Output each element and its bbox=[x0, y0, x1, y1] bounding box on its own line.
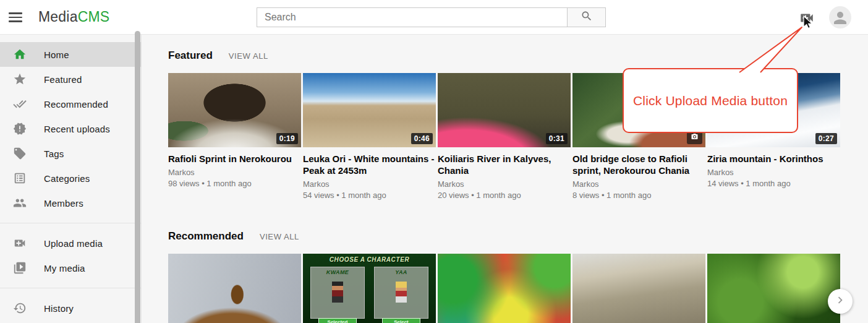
search-icon bbox=[581, 10, 593, 25]
mouse-cursor-icon bbox=[802, 15, 814, 30]
game-character-sprite bbox=[396, 282, 407, 303]
sidebar-item-tags[interactable]: Tags bbox=[0, 141, 141, 166]
media-meta: 54 views • 1 month ago bbox=[303, 191, 436, 200]
sidebar-item-featured[interactable]: Featured bbox=[0, 67, 141, 92]
sidebar-item-upload-media[interactable]: Upload media bbox=[0, 231, 141, 256]
logo-media: Media bbox=[38, 9, 78, 25]
sidebar-item-categories[interactable]: Categories bbox=[0, 166, 141, 191]
sidebar-item-label: Categories bbox=[44, 173, 90, 184]
media-meta: 14 views • 1 month ago bbox=[707, 179, 840, 188]
sidebar-divider bbox=[0, 223, 141, 223]
media-title[interactable]: Ziria mountain - Korinthos bbox=[707, 153, 840, 165]
members-icon bbox=[12, 196, 27, 210]
media-card[interactable] bbox=[438, 254, 571, 323]
media-card[interactable] bbox=[168, 254, 301, 323]
sidebar-item-my-media[interactable]: My media bbox=[0, 256, 141, 280]
recommended-section: Recommended VIEW ALL CHOOSE A CHARACTER … bbox=[168, 230, 840, 323]
tag-icon bbox=[12, 146, 27, 161]
media-author[interactable]: Markos bbox=[438, 179, 571, 189]
sidebar-item-label: Upload media bbox=[44, 238, 103, 249]
media-title[interactable]: Rafioli Sprint in Nerokourou bbox=[168, 153, 301, 165]
media-thumbnail[interactable]: 0:46 bbox=[303, 73, 436, 147]
annotation-callout: Click Upload Media button bbox=[623, 68, 798, 133]
media-author[interactable]: Markos bbox=[707, 168, 840, 177]
sidebar-item-home[interactable]: Home bbox=[0, 42, 141, 67]
carousel-next-button[interactable] bbox=[828, 289, 853, 314]
game-character-name: YAA bbox=[375, 269, 428, 275]
media-card[interactable]: 0:46 Leuka Ori - White mountains - Peak … bbox=[303, 73, 436, 200]
search-button[interactable] bbox=[567, 7, 606, 27]
chevron-right-icon bbox=[833, 293, 847, 309]
sidebar-item-label: History bbox=[44, 303, 74, 314]
sidebar-item-label: Recent uploads bbox=[44, 124, 110, 134]
logo[interactable]: MediaCMS bbox=[38, 9, 109, 25]
media-meta: 20 views • 1 month ago bbox=[438, 191, 571, 200]
sidebar-item-history[interactable]: History bbox=[0, 296, 141, 321]
duration-badge: 0:31 bbox=[546, 133, 568, 144]
mediacms-page: MediaCMS Home F bbox=[0, 0, 868, 323]
media-author[interactable]: Markos bbox=[572, 179, 705, 189]
annotation-pointer bbox=[711, 22, 810, 74]
categories-icon bbox=[12, 171, 27, 186]
sidebar-divider bbox=[0, 288, 141, 288]
game-panel: KWAME bbox=[310, 267, 365, 319]
sidebar-item-label: Home bbox=[44, 50, 69, 60]
game-selected-button: Selected bbox=[318, 318, 357, 323]
logo-cms: CMS bbox=[78, 9, 110, 25]
game-heading-text: CHOOSE A CHARACTER bbox=[303, 256, 436, 263]
game-character-sprite bbox=[332, 282, 343, 303]
sidebar-item-label: Featured bbox=[44, 74, 82, 85]
video-library-icon bbox=[12, 261, 27, 275]
sidebar-item-label: Recommended bbox=[44, 99, 108, 110]
sidebar-item-label: Tags bbox=[44, 149, 64, 159]
new-releases-icon bbox=[12, 121, 27, 136]
sidebar-item-label: My media bbox=[44, 263, 85, 273]
game-select-button: Select bbox=[382, 318, 420, 323]
media-card[interactable]: 0:31 Koiliaris River in Kalyves, Chania … bbox=[438, 73, 571, 200]
media-meta: 98 views • 1 month ago bbox=[168, 179, 301, 188]
media-card[interactable] bbox=[572, 254, 705, 323]
media-thumbnail[interactable] bbox=[572, 254, 705, 323]
recommended-view-all-link[interactable]: VIEW ALL bbox=[260, 232, 299, 241]
home-icon bbox=[12, 47, 27, 62]
section-title-recommended: Recommended bbox=[168, 230, 244, 243]
search-input[interactable] bbox=[257, 7, 567, 27]
sidebar-item-recommended[interactable]: Recommended bbox=[0, 92, 141, 116]
upload-media-icon bbox=[12, 236, 27, 251]
search-bar bbox=[257, 7, 606, 27]
sidebar-item-label: Members bbox=[44, 198, 83, 209]
media-thumbnail[interactable]: 0:19 bbox=[168, 73, 301, 147]
media-thumbnail[interactable] bbox=[168, 254, 301, 323]
duration-badge: 0:46 bbox=[411, 133, 433, 144]
media-card[interactable]: 0:19 Rafioli Sprint in Nerokourou Markos… bbox=[168, 73, 301, 200]
history-icon bbox=[12, 301, 27, 316]
user-avatar[interactable] bbox=[829, 6, 851, 28]
sidebar: Home Featured Recommended Recent uploads… bbox=[0, 35, 142, 323]
media-title[interactable]: Koiliaris River in Kalyves, Chania bbox=[438, 153, 571, 176]
media-author[interactable]: Markos bbox=[303, 179, 436, 189]
media-card[interactable]: CHOOSE A CHARACTER KWAME YAA Selected Se… bbox=[303, 254, 436, 323]
duration-badge: 0:19 bbox=[276, 133, 298, 144]
media-title[interactable]: Old bridge close to Rafioli sprint, Nero… bbox=[572, 153, 705, 176]
duration-badge: 0:27 bbox=[815, 133, 837, 144]
media-author[interactable]: Markos bbox=[168, 168, 301, 177]
done-all-icon bbox=[12, 97, 27, 111]
media-thumbnail[interactable]: 0:31 bbox=[438, 73, 571, 147]
sidebar-item-recent-uploads[interactable]: Recent uploads bbox=[0, 116, 141, 141]
featured-view-all-link[interactable]: VIEW ALL bbox=[229, 51, 268, 61]
media-thumbnail[interactable] bbox=[707, 254, 840, 323]
star-icon bbox=[12, 72, 27, 87]
media-title[interactable]: Leuka Ori - White mountains - Peak at 24… bbox=[303, 153, 436, 176]
media-thumbnail[interactable] bbox=[438, 254, 571, 323]
section-title-featured: Featured bbox=[168, 50, 213, 62]
media-card[interactable] bbox=[707, 254, 840, 323]
game-character-name: KWAME bbox=[311, 269, 364, 275]
media-thumbnail[interactable]: CHOOSE A CHARACTER KWAME YAA Selected Se… bbox=[303, 254, 436, 323]
media-meta: 8 views • 1 month ago bbox=[572, 191, 705, 200]
sidebar-scrollbar[interactable] bbox=[135, 31, 140, 323]
menu-icon[interactable] bbox=[9, 11, 25, 24]
game-panel: YAA bbox=[374, 267, 428, 319]
annotation-text: Click Upload Media button bbox=[633, 93, 788, 108]
sidebar-item-members[interactable]: Members bbox=[0, 191, 141, 215]
